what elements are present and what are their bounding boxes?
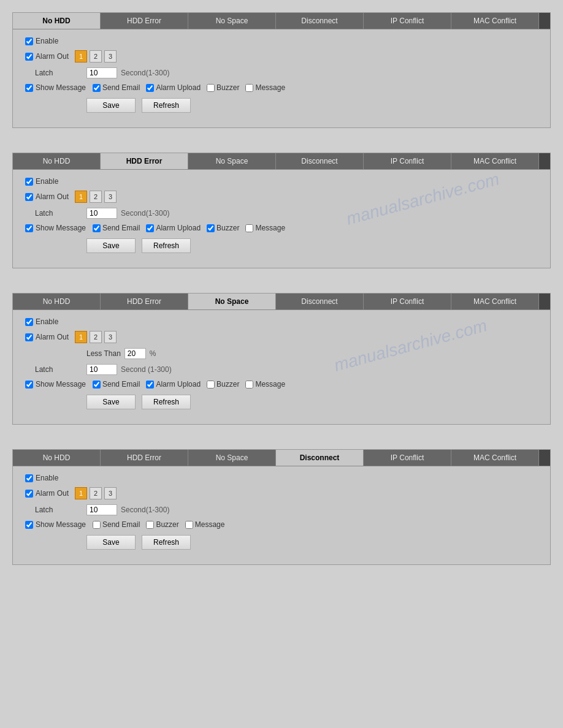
refresh-button[interactable]: Refresh: [142, 98, 191, 113]
enable-checkbox[interactable]: [25, 318, 33, 326]
tab-ip-conflict[interactable]: IP Conflict: [364, 450, 451, 466]
refresh-button[interactable]: Refresh: [142, 535, 191, 550]
option-checkbox-0[interactable]: [93, 84, 101, 92]
save-button[interactable]: Save: [86, 535, 136, 550]
save-button[interactable]: Save: [86, 98, 136, 113]
tab-disconnect[interactable]: Disconnect: [276, 153, 364, 169]
tab-mac-conflict[interactable]: MAC Conflict: [451, 294, 539, 309]
option-checkbox-2[interactable]: [207, 224, 215, 232]
tab-ip-conflict[interactable]: IP Conflict: [364, 294, 451, 309]
tab-no-hdd[interactable]: No HDD: [13, 294, 101, 309]
option-send-email[interactable]: Send Email: [93, 380, 140, 389]
show-message-label[interactable]: Show Message: [25, 83, 86, 92]
option-checkbox-3[interactable]: [245, 381, 253, 389]
save-button[interactable]: Save: [86, 395, 136, 409]
tab-hdd-error[interactable]: HDD Error: [101, 153, 188, 169]
show-message-label[interactable]: Show Message: [25, 380, 86, 389]
option-buzzer[interactable]: Buzzer: [207, 83, 239, 92]
alarm-btn-2[interactable]: 2: [90, 191, 102, 203]
enable-label[interactable]: Enable: [25, 37, 58, 45]
option-checkbox-1[interactable]: [146, 84, 154, 92]
option-alarm-upload[interactable]: Alarm Upload: [146, 380, 201, 389]
alarm-btn-2[interactable]: 2: [90, 331, 102, 343]
latch-input[interactable]: [86, 208, 117, 219]
alarm-btn-1[interactable]: 1: [75, 487, 87, 499]
option-checkbox-0[interactable]: [93, 224, 101, 232]
tab-mac-conflict[interactable]: MAC Conflict: [451, 450, 539, 466]
option-buzzer[interactable]: Buzzer: [207, 380, 239, 389]
less-than-input[interactable]: [124, 348, 146, 359]
alarm-out-checkbox[interactable]: [25, 53, 33, 61]
option-checkbox-3[interactable]: [245, 84, 253, 92]
alarm-btn-2[interactable]: 2: [90, 50, 102, 63]
alarm-out-label[interactable]: Alarm Out: [25, 333, 69, 341]
tab-disconnect[interactable]: Disconnect: [276, 450, 364, 466]
tab-ip-conflict[interactable]: IP Conflict: [364, 13, 451, 29]
option-send-email[interactable]: Send Email: [93, 520, 140, 529]
option-checkbox-1[interactable]: [146, 381, 154, 389]
enable-checkbox[interactable]: [25, 37, 33, 45]
option-alarm-upload[interactable]: Alarm Upload: [146, 224, 201, 232]
option-checkbox-0[interactable]: [93, 521, 101, 529]
alarm-btn-1[interactable]: 1: [75, 191, 87, 203]
alarm-out-label[interactable]: Alarm Out: [25, 52, 69, 61]
latch-input[interactable]: [86, 67, 117, 78]
option-checkbox-2[interactable]: [207, 381, 215, 389]
enable-label[interactable]: Enable: [25, 317, 58, 326]
tab-ip-conflict[interactable]: IP Conflict: [364, 153, 451, 169]
show-message-checkbox[interactable]: [25, 84, 33, 92]
tab-hdd-error[interactable]: HDD Error: [101, 294, 188, 309]
alarm-btn-3[interactable]: 3: [104, 50, 117, 63]
show-message-checkbox[interactable]: [25, 521, 33, 529]
option-message[interactable]: Message: [245, 224, 285, 232]
alarm-out-checkbox[interactable]: [25, 490, 33, 498]
tab-disconnect[interactable]: Disconnect: [276, 294, 364, 309]
tab-hdd-error[interactable]: HDD Error: [101, 13, 188, 29]
alarm-btn-3[interactable]: 3: [104, 331, 117, 343]
tab-no-space[interactable]: No Space: [188, 450, 276, 466]
option-checkbox-3[interactable]: [185, 521, 193, 529]
tab-no-space[interactable]: No Space: [188, 153, 276, 169]
tab-no-hdd[interactable]: No HDD: [13, 450, 101, 466]
tab-no-space[interactable]: No Space: [188, 294, 276, 309]
option-send-email[interactable]: Send Email: [93, 224, 140, 232]
option-alarm-upload[interactable]: Alarm Upload: [146, 83, 201, 92]
latch-input[interactable]: [86, 364, 117, 375]
alarm-btn-3[interactable]: 3: [104, 191, 117, 203]
alarm-out-checkbox[interactable]: [25, 193, 33, 201]
option-checkbox-1[interactable]: [146, 224, 154, 232]
tab-mac-conflict[interactable]: MAC Conflict: [451, 153, 539, 169]
enable-checkbox[interactable]: [25, 178, 33, 186]
option-checkbox-2[interactable]: [207, 84, 215, 92]
alarm-out-label[interactable]: Alarm Out: [25, 192, 69, 201]
alarm-out-label[interactable]: Alarm Out: [25, 489, 69, 498]
enable-label[interactable]: Enable: [25, 474, 58, 482]
refresh-button[interactable]: Refresh: [142, 395, 191, 409]
alarm-btn-3[interactable]: 3: [104, 487, 117, 499]
tab-no-hdd[interactable]: No HDD: [13, 153, 101, 169]
option-buzzer[interactable]: Buzzer: [146, 520, 178, 529]
option-checkbox-0[interactable]: [93, 381, 101, 389]
option-message[interactable]: Message: [245, 83, 285, 92]
show-message-checkbox[interactable]: [25, 381, 33, 389]
show-message-label[interactable]: Show Message: [25, 224, 86, 232]
alarm-btn-2[interactable]: 2: [90, 487, 102, 499]
alarm-btn-1[interactable]: 1: [75, 331, 87, 343]
show-message-label[interactable]: Show Message: [25, 520, 86, 529]
option-message[interactable]: Message: [185, 520, 225, 529]
tab-hdd-error[interactable]: HDD Error: [101, 450, 188, 466]
tab-disconnect[interactable]: Disconnect: [276, 13, 364, 29]
alarm-out-checkbox[interactable]: [25, 333, 33, 341]
tab-mac-conflict[interactable]: MAC Conflict: [451, 13, 539, 29]
show-message-checkbox[interactable]: [25, 224, 33, 232]
option-buzzer[interactable]: Buzzer: [207, 224, 239, 232]
tab-no-hdd[interactable]: No HDD: [13, 13, 101, 29]
option-message[interactable]: Message: [245, 380, 285, 389]
option-send-email[interactable]: Send Email: [93, 83, 140, 92]
option-checkbox-3[interactable]: [245, 224, 253, 232]
save-button[interactable]: Save: [86, 238, 136, 253]
alarm-btn-1[interactable]: 1: [75, 50, 87, 63]
tab-no-space[interactable]: No Space: [188, 13, 276, 29]
option-checkbox-2[interactable]: [146, 521, 154, 529]
refresh-button[interactable]: Refresh: [142, 238, 191, 253]
